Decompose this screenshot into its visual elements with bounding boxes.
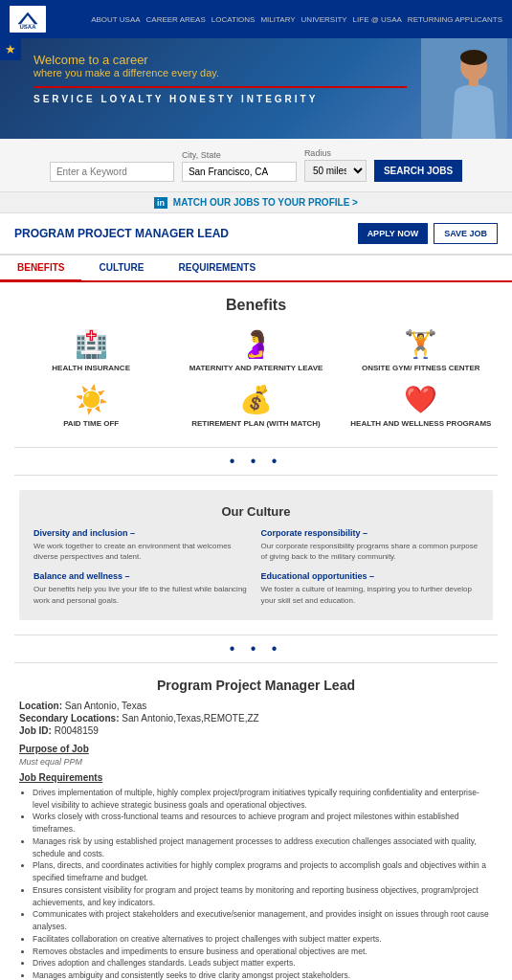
- job-secondary-location: Secondary Locations: San Antonio,Texas,R…: [19, 713, 493, 724]
- hero-line2: where you make a difference every day.: [33, 67, 407, 78]
- benefit-health: 🏥 HEALTH INSURANCE: [14, 328, 167, 372]
- divider-3: [14, 635, 498, 635]
- culture-balance: Balance and wellness – Our benefits help…: [33, 571, 252, 605]
- city-label: City, State: [182, 150, 297, 160]
- job-desc-title: Program Project Manager Lead: [19, 678, 493, 693]
- benefits-heading: Benefits: [14, 297, 498, 314]
- req-item-1: Drives implementation of multiple, highl…: [33, 787, 493, 812]
- nav-locations[interactable]: LOCATIONS: [211, 15, 256, 24]
- culture-grid: Diversity and inclusion – We work togeth…: [33, 528, 479, 606]
- svg-rect-5: [469, 78, 479, 86]
- keyword-input[interactable]: [50, 162, 174, 182]
- dot-divider-1: • • •: [0, 453, 512, 470]
- culture-education-text: We foster a culture of learning, inspiri…: [261, 584, 479, 605]
- health-label: HEALTH INSURANCE: [14, 364, 167, 372]
- culture-education: Educational opportunities – We foster a …: [261, 571, 479, 605]
- wellness-label: HEALTH AND WELLNESS PROGRAMS: [345, 419, 498, 428]
- req-item-8: Removes obstacles and impediments to ens…: [33, 946, 493, 958]
- tab-benefits[interactable]: BENEFITS: [0, 256, 81, 282]
- linkedin-icon: in: [154, 197, 167, 209]
- tab-culture[interactable]: CULTURE: [81, 256, 161, 280]
- nav-links: ABOUT USAA CAREER AREAS LOCATIONS MILITA…: [91, 15, 502, 24]
- culture-diversity-text: We work together to create an environmen…: [33, 541, 252, 562]
- nav-about[interactable]: ABOUT USAA: [91, 15, 140, 24]
- hero-line1: Welcome to a career: [33, 53, 407, 67]
- culture-corporate: Corporate responsibility – Our corporate…: [261, 528, 479, 562]
- save-job-button[interactable]: SAVE JOB: [434, 223, 498, 244]
- gym-icon: 🏋️: [345, 328, 498, 360]
- culture-heading: Our Culture: [33, 504, 479, 519]
- job-description: Program Project Manager Lead Location: S…: [0, 668, 512, 980]
- req-item-9: Drives adoption and challenges standards…: [33, 957, 493, 969]
- culture-corporate-text: Our corporate responsibility programs sh…: [261, 541, 479, 562]
- benefit-pto: ☀️ PAID TIME OFF: [14, 384, 167, 428]
- dot-divider-2: • • •: [0, 640, 512, 657]
- pto-icon: ☀️: [14, 384, 167, 415]
- tabs-bar: BENEFITS CULTURE REQUIREMENTS: [0, 256, 512, 282]
- req-item-6: Communicates with project stakeholders a…: [33, 908, 493, 933]
- city-input[interactable]: [182, 162, 297, 182]
- nav-university[interactable]: UNIVERSITY: [301, 15, 347, 24]
- benefit-retirement: 💰 RETIREMENT PLAN (WITH MATCH): [179, 384, 332, 428]
- secondary-label: Secondary Locations:: [19, 713, 119, 724]
- radius-field: Radius 50 miles 25 miles 100 miles: [304, 148, 367, 182]
- job-id-row: Job ID: R0048159: [19, 725, 493, 736]
- culture-section: Our Culture Diversity and inclusion – We…: [0, 480, 512, 630]
- svg-point-4: [460, 50, 487, 65]
- req-item-10: Manages ambiguity and consistently seeks…: [33, 969, 493, 980]
- pto-label: PAID TIME OFF: [14, 419, 167, 428]
- req-item-7: Facilitates collaboration on creative al…: [33, 933, 493, 946]
- search-button[interactable]: SEARCH JOBS: [374, 160, 462, 182]
- nav-life[interactable]: LIFE @ USAA: [353, 15, 402, 24]
- job-location: Location: San Antonio, Texas: [19, 701, 493, 711]
- nav-careers[interactable]: CAREER AREAS: [146, 15, 206, 24]
- linkedin-bar[interactable]: in MATCH OUR JOBS TO YOUR PROFILE >: [0, 191, 512, 213]
- purpose-title: Purpose of Job: [19, 744, 493, 754]
- purpose-section: Purpose of Job Must equal PPM: [19, 744, 493, 767]
- req-item-3: Manages risk by using established projec…: [33, 835, 493, 860]
- hero-person-image: [421, 38, 507, 139]
- hero-section: ★ Welcome to a career where you make a d…: [0, 38, 512, 139]
- divider-4: [14, 662, 498, 663]
- star-icon: ★: [5, 42, 16, 56]
- benefits-grid: 🏥 HEALTH INSURANCE 🤰 MATERNITY AND PATER…: [14, 328, 498, 428]
- logo-box: USAA: [10, 6, 46, 33]
- req-item-4: Plans, directs, and coordinates activiti…: [33, 859, 493, 884]
- logo-container: USAA: [10, 6, 46, 33]
- req-item-2: Works closely with cross-functional team…: [33, 811, 493, 835]
- apply-now-button-top[interactable]: APPLY NOW: [358, 223, 429, 244]
- nav-returning[interactable]: RETURNING APPLICANTS: [408, 15, 502, 24]
- radius-select[interactable]: 50 miles 25 miles 100 miles: [304, 160, 367, 182]
- maternity-icon: 🤰: [179, 328, 332, 360]
- req-item-5: Ensures consistent visibility for progra…: [33, 884, 493, 909]
- job-title: PROGRAM PROJECT MANAGER LEAD: [14, 227, 229, 240]
- requirements-list: Drives implementation of multiple, highl…: [19, 787, 493, 980]
- job-actions: APPLY NOW SAVE JOB: [358, 223, 498, 244]
- job-id-value: R0048159: [55, 725, 99, 736]
- search-section: City, State Radius 50 miles 25 miles 100…: [0, 139, 512, 191]
- culture-corporate-title: Corporate responsibility –: [261, 528, 479, 538]
- gym-label: ONSITE GYM/ FITNESS CENTER: [345, 364, 498, 372]
- benefit-wellness: ❤️ HEALTH AND WELLNESS PROGRAMS: [345, 384, 498, 428]
- location-label: Location:: [19, 701, 62, 711]
- maternity-label: MATERNITY AND PATERNITY LEAVE: [179, 364, 332, 372]
- job-title-bar: PROGRAM PROJECT MANAGER LEAD APPLY NOW S…: [0, 213, 512, 256]
- divider-1: [14, 447, 498, 448]
- culture-diversity-title: Diversity and inclusion –: [33, 528, 252, 538]
- location-value: San Antonio, Texas: [65, 701, 146, 711]
- benefits-section: Benefits 🏥 HEALTH INSURANCE 🤰 MATERNITY …: [0, 282, 512, 442]
- divider-2: [14, 475, 498, 476]
- nav-military[interactable]: MILITARY: [260, 15, 295, 24]
- tab-requirements[interactable]: REQUIREMENTS: [161, 256, 273, 280]
- radius-label: Radius: [304, 148, 367, 158]
- culture-education-title: Educational opportunities –: [261, 571, 479, 581]
- culture-diversity: Diversity and inclusion – We work togeth…: [33, 528, 252, 562]
- star-bookmark[interactable]: ★: [0, 38, 21, 60]
- svg-text:USAA: USAA: [19, 24, 36, 30]
- requirements-section: Job Requirements Drives implementation o…: [19, 772, 493, 980]
- requirements-title: Job Requirements: [19, 772, 493, 783]
- culture-balance-text: Our benefits help you live your life to …: [33, 584, 252, 605]
- keyword-field: [50, 162, 174, 182]
- top-nav: USAA ABOUT USAA CAREER AREAS LOCATIONS M…: [0, 0, 512, 38]
- wellness-icon: ❤️: [345, 384, 498, 415]
